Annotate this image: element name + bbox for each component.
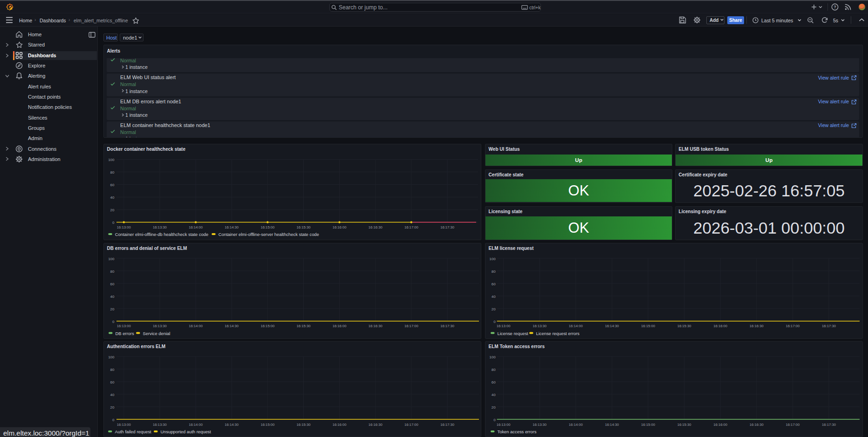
svg-text:80: 80 xyxy=(110,368,115,372)
svg-text:16:15:30: 16:15:30 xyxy=(677,324,691,328)
svg-text:16:13:00: 16:13:00 xyxy=(117,225,131,229)
svg-text:16:14:30: 16:14:30 xyxy=(225,423,239,427)
svg-text:20: 20 xyxy=(110,307,115,311)
svg-text:60: 60 xyxy=(110,282,115,286)
svg-text:0: 0 xyxy=(493,319,496,323)
svg-text:16:15:30: 16:15:30 xyxy=(297,225,311,229)
svg-text:16:14:30: 16:14:30 xyxy=(225,225,239,229)
svg-text:16:15:30: 16:15:30 xyxy=(297,423,311,427)
svg-text:100: 100 xyxy=(489,355,496,359)
svg-text:0: 0 xyxy=(493,418,496,422)
svg-text:16:16:00: 16:16:00 xyxy=(333,225,347,229)
svg-text:16:13:30: 16:13:30 xyxy=(153,423,167,427)
svg-text:16:17:00: 16:17:00 xyxy=(404,225,418,229)
svg-text:16:14:00: 16:14:00 xyxy=(569,423,583,427)
svg-text:16:16:30: 16:16:30 xyxy=(369,225,383,229)
svg-text:16:15:30: 16:15:30 xyxy=(677,423,691,427)
svg-text:16:14:00: 16:14:00 xyxy=(189,423,203,427)
svg-text:?: ? xyxy=(834,5,836,9)
svg-text:16:13:30: 16:13:30 xyxy=(153,324,167,328)
svg-text:0: 0 xyxy=(112,418,115,422)
svg-text:16:16:30: 16:16:30 xyxy=(369,423,383,427)
svg-text:16:17:00: 16:17:00 xyxy=(404,324,418,328)
svg-text:License request errors: License request errors xyxy=(536,330,580,336)
svg-text:16:17:30: 16:17:30 xyxy=(440,324,454,328)
svg-text:16:14:30: 16:14:30 xyxy=(605,423,619,427)
svg-text:20: 20 xyxy=(110,405,115,410)
svg-text:Auth failed request: Auth failed request xyxy=(115,429,152,434)
svg-text:16:13:30: 16:13:30 xyxy=(153,225,167,229)
svg-text:100: 100 xyxy=(108,158,115,162)
svg-text:16:15:00: 16:15:00 xyxy=(641,324,655,328)
svg-text:16:17:30: 16:17:30 xyxy=(822,423,836,427)
svg-text:16:17:00: 16:17:00 xyxy=(786,324,800,328)
svg-text:16:15:00: 16:15:00 xyxy=(260,225,274,229)
svg-text:20: 20 xyxy=(492,307,496,311)
svg-text:Unsupported auth request: Unsupported auth request xyxy=(161,429,212,434)
svg-text:20: 20 xyxy=(110,208,115,212)
svg-text:100: 100 xyxy=(108,256,115,261)
svg-text:16:17:30: 16:17:30 xyxy=(440,423,454,427)
svg-text:16:16:30: 16:16:30 xyxy=(750,423,764,427)
svg-text:100: 100 xyxy=(489,256,496,261)
svg-text:60: 60 xyxy=(492,282,496,286)
svg-text:16:13:30: 16:13:30 xyxy=(533,324,547,328)
svg-text:16:17:30: 16:17:30 xyxy=(440,225,454,229)
svg-text:60: 60 xyxy=(110,380,115,384)
svg-text:Container elmi-offline-server: Container elmi-offline-server healthchec… xyxy=(219,232,319,237)
svg-text:80: 80 xyxy=(492,368,496,372)
svg-text:DB errors: DB errors xyxy=(116,330,134,336)
svg-text:16:17:30: 16:17:30 xyxy=(822,324,836,328)
svg-text:16:16:30: 16:16:30 xyxy=(750,324,764,328)
svg-text:License request: License request xyxy=(498,330,529,336)
svg-text:16:14:00: 16:14:00 xyxy=(189,324,203,328)
svg-text:16:13:00: 16:13:00 xyxy=(117,423,131,427)
svg-text:16:16:00: 16:16:00 xyxy=(713,423,727,427)
svg-text:16:14:30: 16:14:30 xyxy=(225,324,239,328)
svg-text:16:14:00: 16:14:00 xyxy=(569,324,583,328)
svg-text:16:13:00: 16:13:00 xyxy=(497,324,511,328)
svg-text:16:16:00: 16:16:00 xyxy=(333,324,347,328)
svg-text:16:14:30: 16:14:30 xyxy=(605,324,619,328)
svg-text:16:13:30: 16:13:30 xyxy=(533,423,547,427)
svg-text:40: 40 xyxy=(110,294,115,298)
svg-text:60: 60 xyxy=(492,380,496,384)
svg-text:16:16:30: 16:16:30 xyxy=(369,324,383,328)
svg-text:Service denial: Service denial xyxy=(143,330,171,336)
svg-text:16:16:00: 16:16:00 xyxy=(713,324,727,328)
svg-text:16:13:00: 16:13:00 xyxy=(117,324,131,328)
svg-text:16:13:00: 16:13:00 xyxy=(497,423,511,427)
svg-text:20: 20 xyxy=(492,405,496,410)
svg-text:Token access errors: Token access errors xyxy=(498,429,537,434)
svg-text:0: 0 xyxy=(112,221,115,225)
svg-text:80: 80 xyxy=(492,269,496,273)
svg-text:40: 40 xyxy=(110,195,115,200)
svg-text:60: 60 xyxy=(110,183,115,187)
svg-text:16:15:00: 16:15:00 xyxy=(641,423,655,427)
svg-text:40: 40 xyxy=(110,393,115,397)
svg-text:80: 80 xyxy=(110,269,115,273)
svg-text:16:15:30: 16:15:30 xyxy=(297,324,311,328)
svg-text:40: 40 xyxy=(492,393,496,397)
svg-text:16:17:00: 16:17:00 xyxy=(404,423,418,427)
svg-text:80: 80 xyxy=(110,170,115,175)
svg-text:16:16:00: 16:16:00 xyxy=(333,423,347,427)
svg-text:16:15:00: 16:15:00 xyxy=(260,324,274,328)
svg-text:16:17:00: 16:17:00 xyxy=(786,423,800,427)
svg-text:40: 40 xyxy=(492,294,496,298)
svg-text:100: 100 xyxy=(108,355,115,359)
svg-text:0: 0 xyxy=(112,319,115,323)
svg-text:Container elmi-offline-db heal: Container elmi-offline-db healthcheck st… xyxy=(115,232,208,237)
svg-text:16:15:00: 16:15:00 xyxy=(260,423,274,427)
svg-text:16:14:00: 16:14:00 xyxy=(189,225,203,229)
